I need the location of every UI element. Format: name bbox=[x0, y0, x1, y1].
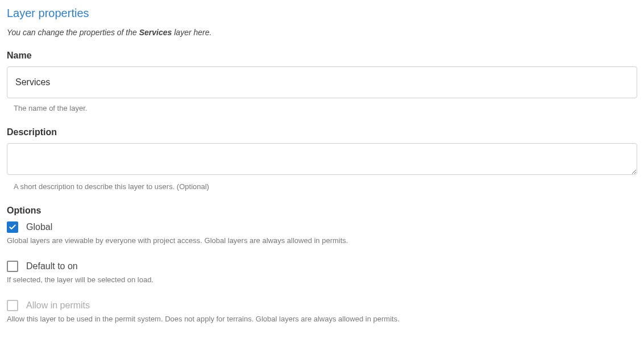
description-helper: A short description to describe this lay… bbox=[14, 182, 637, 191]
intro-layer-name: Services bbox=[139, 28, 172, 37]
option-allow-permits: Allow in permits Allow this layer to be … bbox=[7, 300, 637, 323]
default-on-label: Default to on bbox=[26, 261, 78, 271]
default-on-helper: If selected, the layer will be selected … bbox=[7, 275, 637, 284]
intro-text: You can change the properties of the Ser… bbox=[7, 28, 637, 37]
option-default-on: Default to on If selected, the layer wil… bbox=[7, 261, 637, 284]
intro-prefix: You can change the properties of the bbox=[7, 28, 139, 37]
global-helper: Global layers are viewable by everyone w… bbox=[7, 236, 637, 245]
allow-permits-checkbox bbox=[7, 300, 18, 311]
description-field-group: Description A short description to descr… bbox=[7, 127, 637, 191]
options-label: Options bbox=[7, 206, 637, 216]
option-global: Global Global layers are viewable by eve… bbox=[7, 221, 637, 245]
name-field-group: Name The name of the layer. bbox=[7, 51, 637, 112]
name-helper: The name of the layer. bbox=[14, 104, 637, 112]
default-on-checkbox[interactable] bbox=[7, 261, 18, 272]
global-label: Global bbox=[26, 222, 52, 232]
name-label: Name bbox=[7, 51, 637, 61]
allow-permits-label: Allow in permits bbox=[26, 300, 90, 311]
description-label: Description bbox=[7, 127, 637, 137]
checkmark-icon bbox=[9, 223, 16, 231]
name-input[interactable] bbox=[7, 66, 637, 98]
intro-suffix: layer here. bbox=[172, 28, 211, 37]
page-title: Layer properties bbox=[7, 7, 637, 20]
description-input[interactable] bbox=[7, 143, 637, 175]
allow-permits-helper: Allow this layer to be used in the permi… bbox=[7, 315, 637, 323]
global-checkbox[interactable] bbox=[7, 221, 18, 233]
